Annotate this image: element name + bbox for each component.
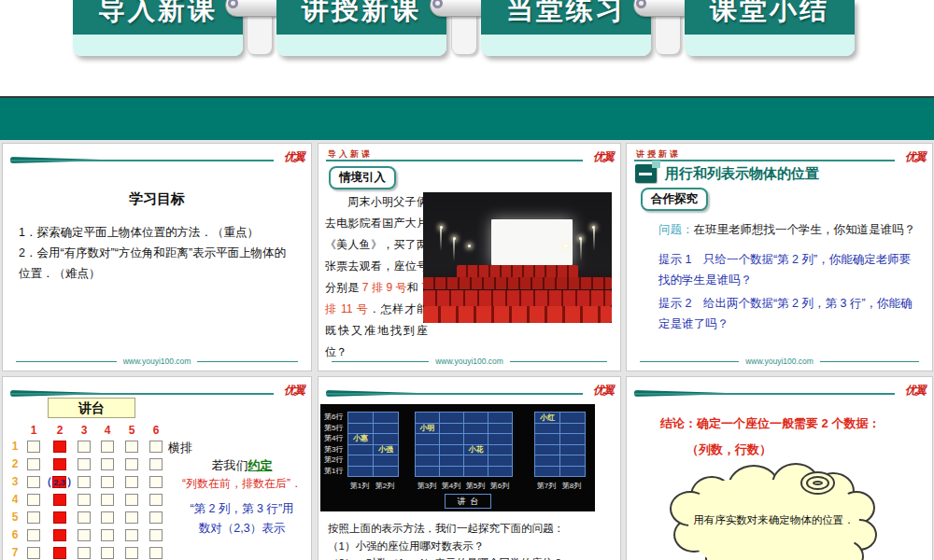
row-number: 1 (8, 441, 21, 453)
tab-bottom (481, 35, 651, 56)
slide-thumbnail-3[interactable]: 讲授新课 优翼 用行和列表示物体的位置 合作探究 问题：在班里老师想找一个学生，… (626, 143, 933, 371)
tab-lesson-intro[interactable]: 导入新课 (73, 0, 243, 56)
story-seg: 周末小明父子俩去电影院看国产大片《美人鱼》，买了两张票去观看，座位号分别是 (325, 195, 428, 294)
spiral-doodle-icon (800, 471, 835, 495)
chart-col-label: 第8列 (559, 481, 584, 491)
seat-checkbox (27, 547, 40, 559)
seat-row (423, 306, 612, 323)
seat-checkbox (125, 511, 138, 524)
seat-checkbox (78, 511, 91, 524)
section-header: 用行和列表示物体的位置 (635, 164, 819, 183)
seat-checkbox (125, 458, 138, 470)
horizontal-row-label: 横排 (168, 440, 192, 456)
seat-checkbox (101, 547, 114, 559)
seat-checkbox (101, 476, 114, 488)
seat-cell (464, 467, 488, 477)
seat-checkbox (149, 458, 163, 470)
goal-line-1: 1．探索确定平面上物体位置的方法．（重点） (19, 222, 300, 243)
seat-cell (440, 434, 463, 444)
student-name-xiaoming: 小明 (416, 423, 439, 433)
seat-checkbox-selected (53, 441, 66, 453)
tab-lesson-teach[interactable]: 讲授新课 (276, 0, 446, 56)
light-streak (440, 229, 442, 251)
tab-label: 课堂小结 (685, 0, 855, 29)
column-number: 2 (53, 424, 66, 437)
brand-logo: 优翼 (284, 149, 304, 165)
column-number: 5 (125, 424, 138, 437)
chart-col-label: 第2列 (373, 481, 397, 491)
student-name-xiaoqiang: 小强 (374, 444, 398, 455)
seat-cell (464, 455, 488, 466)
podium-box: 讲台 (445, 494, 491, 509)
podium-box: 讲台 (48, 398, 135, 418)
seat-cell (374, 455, 398, 466)
seat-checkbox (27, 511, 40, 524)
seat-checkbox (27, 529, 40, 541)
story-paragraph: 周末小明父子俩去电影院看国产大片《美人鱼》，买了两张票去观看，座位号分别是 7 … (325, 191, 428, 363)
wall-lamp-icon (468, 245, 471, 247)
seat-checkbox (78, 494, 91, 506)
tab-label: 导入新课 (73, 0, 243, 29)
seat-cell (560, 424, 585, 434)
wall-lamp-icon (564, 245, 567, 247)
seat-checkbox (149, 511, 163, 524)
note-emphasis: 约定 (248, 458, 273, 472)
seat-cell (560, 445, 585, 455)
column-number: 3 (78, 424, 91, 437)
seat-checkbox (149, 476, 163, 488)
seat-checkbox (149, 441, 163, 453)
seat-checkbox-selected (53, 529, 66, 541)
brand-logo: 优翼 (593, 383, 614, 399)
brand-logo: 优翼 (905, 383, 926, 399)
header-line (326, 160, 583, 161)
pair-open-paren: （ (41, 474, 52, 490)
seat-cell (374, 413, 398, 423)
slide-body-text: 1．探索确定平面上物体位置的方法．（重点） 2．会用“有序数对”“方位角和距离”… (19, 222, 300, 284)
slide-thumbnail-1[interactable]: 优翼 学习目标 1．探索确定平面上物体位置的方法．（重点） 2．会用“有序数对”… (2, 143, 312, 371)
row-number: 4 (8, 494, 21, 506)
explore-questions: 按照上面的表示方法，我们一起探究下面的问题： （1）小强的座位用哪对数表示？ （… (328, 520, 615, 560)
seat-cell (464, 434, 488, 444)
slide-thumbnail-5[interactable]: 优翼 第6行 第5行 第4行 第3行 第2行 第1行 小红 小明 小惠 小强 小… (318, 376, 621, 560)
column-number: 1 (27, 424, 40, 437)
slide-thumbnail-4[interactable]: 优翼 讲台 1 2 3 4 5 6 1 2 3 4 5 6 7 （2,3） 横排… (2, 376, 312, 560)
chart-row-label: 第2行 (324, 455, 343, 465)
section-title: 用行和列表示物体的位置 (665, 165, 819, 183)
seat-checkbox (27, 441, 40, 453)
slide-title: 学习目标 (3, 190, 311, 208)
seat-row (423, 290, 612, 306)
conclusion-line-2: （列数，行数） (686, 441, 771, 458)
slide-thumbnail-2[interactable]: 导入新课 优翼 情境引入 周末小明父子俩去电影院看国产大片《美人鱼》，买了两张票… (318, 143, 621, 371)
student-name-xiaohua: 小花 (464, 444, 488, 455)
seat-checkbox (78, 529, 91, 541)
seat-cell (440, 455, 463, 466)
seat-cell (535, 434, 559, 444)
seat-cell (348, 413, 373, 423)
teal-banner (0, 96, 934, 140)
brand-logo: 优翼 (593, 149, 614, 165)
seat-checkbox (149, 494, 163, 506)
seat-checkbox (125, 476, 138, 488)
row-number: 2 (8, 458, 21, 470)
seat-checkbox (27, 494, 40, 506)
seat-cell (416, 445, 439, 455)
seat-checkbox (101, 441, 114, 453)
seat-cell (488, 413, 512, 423)
chart-col-label: 第7列 (534, 481, 559, 491)
goal-line-2: 2．会用“有序数对”“方位角和距离”表示平面上物体的 (19, 243, 300, 263)
header-line (10, 393, 274, 395)
question-line: 问题：在班里老师想找一个学生，你知道是谁吗？ (658, 222, 921, 238)
slide-footer-url: www.youyi100.com (16, 357, 298, 366)
column-number: 4 (101, 424, 114, 437)
explore-q2: （2）一对数（1， 4）表示的是哪个同学的座位？ (328, 554, 615, 560)
connector-ring-icon (636, 0, 646, 8)
seat-checkbox (78, 476, 91, 488)
tab-class-practice[interactable]: 当堂练习 (481, 0, 651, 56)
seat-cell (464, 424, 488, 434)
tab-lesson-summary[interactable]: 课堂小结 (685, 0, 855, 56)
seat-checkbox-selected (53, 458, 66, 470)
chart-col-label: 第3列 (415, 481, 439, 491)
section-badge: 情境引入 (329, 166, 396, 189)
slide-thumbnail-6[interactable]: 优翼 结论：确定一个座位一般需要 2 个数据： （列数，行数） 用有序实数对来确… (626, 376, 933, 560)
seat-cell (535, 445, 559, 455)
